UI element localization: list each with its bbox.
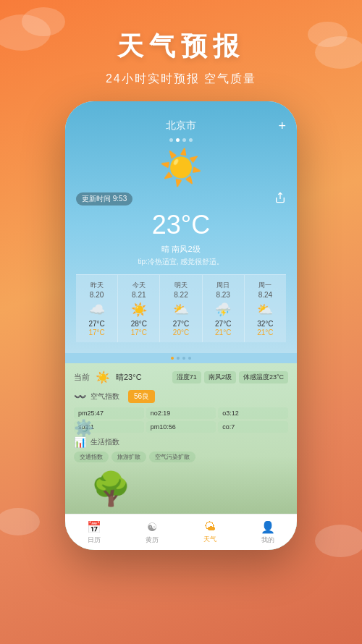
day-high-1: 28°C — [119, 320, 158, 328]
current-label: 当前 — [74, 372, 90, 383]
day-label-4: 周一 — [246, 281, 285, 290]
day-icon-4: ⛅ — [246, 302, 285, 318]
day-label-1: 今天 — [119, 281, 158, 290]
weather-tip: tip:冷热适宜, 感觉很舒适。 — [76, 257, 286, 267]
update-time-badge: 更新时间 9:53 — [76, 192, 132, 206]
day-low-4: 21°C — [246, 329, 285, 336]
day-high-0: 27°C — [77, 320, 116, 328]
nav-label-calendar: 日历 — [88, 535, 101, 545]
nav-label-profile: 我的 — [261, 535, 274, 545]
sun-icon: ☀️ — [76, 148, 286, 188]
weather-description: 晴 南风2级 — [76, 244, 286, 255]
day-high-2: 27°C — [161, 320, 200, 328]
day-low-3: 21°C — [204, 329, 243, 336]
feel-tag: 体感温度23°C — [239, 371, 288, 384]
day-date-3: 8.23 — [204, 291, 243, 299]
weekly-forecast: 昨天 8.20 ☁️ 27°C 17°C 今天 8.21 ☀️ 28°C 17°… — [76, 274, 286, 342]
air-quality-row: 空气指数 56良 — [90, 390, 155, 403]
dot-4 — [189, 138, 193, 142]
nav-label-almanac: 黄历 — [146, 535, 159, 545]
day-date-1: 8.21 — [119, 291, 158, 299]
nav-label-weather: 天气 — [203, 535, 216, 544]
profile-icon: 👤 — [261, 520, 275, 534]
day-col-4: 周一 8.24 ⛅ 32°C 21°C — [245, 275, 286, 342]
day-label-0: 昨天 — [77, 281, 116, 290]
phone-mockup: 北京市 + ☀️ 更新时间 9:53 23°C 晴 南风2级 — [65, 101, 297, 550]
scroll-dot-1 — [171, 357, 174, 360]
current-weather-text: 晴23°C — [116, 372, 142, 383]
city-row: 北京市 + — [76, 119, 286, 132]
dot-3 — [182, 138, 186, 142]
nav-item-weather[interactable]: 🌤 天气 — [181, 514, 239, 550]
day-date-2: 8.22 — [161, 291, 200, 299]
life-tag-1[interactable]: 旅游扩散 — [111, 452, 146, 462]
nav-item-profile[interactable]: 👤 我的 — [239, 514, 297, 550]
day-col-0: 昨天 8.20 ☁️ 27°C 17°C — [76, 275, 118, 342]
current-sun-icon: ☀️ — [96, 370, 110, 384]
share-icon[interactable] — [274, 192, 286, 206]
current-tags: 湿度71 南风2级 体感温度23°C — [172, 371, 288, 384]
nav-item-almanac[interactable]: ☯ 黄历 — [123, 514, 181, 550]
nav-item-calendar[interactable]: 📅 日历 — [65, 514, 123, 550]
day-icon-1: ☀️ — [119, 302, 158, 318]
update-time-row: 更新时间 9:53 — [76, 192, 286, 206]
day-icon-3: ⛈️ — [204, 302, 243, 318]
main-temperature: 23°C — [76, 210, 286, 240]
calendar-icon: 📅 — [87, 520, 101, 534]
life-tag-0[interactable]: 交通指数 — [74, 452, 109, 462]
scroll-dots — [65, 353, 297, 363]
weather-app: 北京市 + ☀️ 更新时间 9:53 23°C 晴 南风2级 — [65, 101, 297, 550]
day-col-2: 明天 8.22 ⛅ 27°C 20°C — [160, 275, 202, 342]
day-icon-2: ⛅ — [161, 302, 200, 318]
day-low-1: 17°C — [119, 329, 158, 336]
air-index-badge: 56良 — [128, 390, 155, 403]
day-low-0: 17°C — [77, 329, 116, 336]
scroll-dot-2 — [177, 357, 180, 360]
app-title: 天气预报 — [14, 29, 348, 64]
life-tag-2[interactable]: 空气污染扩散 — [149, 452, 195, 462]
life-tags-row: 交通指数 旅游扩散 空气污染扩散 — [74, 452, 288, 462]
add-city-button[interactable]: + — [278, 119, 286, 134]
tree-decoration: 🌳 — [90, 470, 131, 508]
humidity-tag: 湿度71 — [172, 371, 201, 384]
chart-row: 〰️ 空气指数 56良 — [74, 390, 288, 403]
day-high-4: 32°C — [246, 320, 285, 328]
day-col-1: 今天 8.21 ☀️ 28°C 17°C — [118, 275, 160, 342]
pm25-cell: pm25:47 — [74, 407, 144, 419]
bg-cloud-6 — [315, 525, 362, 557]
weather-nav-icon: 🌤 — [204, 520, 216, 533]
bar-chart-icon: 📊 — [74, 436, 86, 448]
wind-tag: 南风2级 — [204, 371, 236, 384]
day-date-0: 8.20 — [77, 291, 116, 299]
day-label-3: 周日 — [204, 281, 243, 290]
air-index-label: 空气指数 — [90, 391, 119, 402]
day-date-4: 8.24 — [246, 291, 285, 299]
sky-section: 北京市 + ☀️ 更新时间 9:53 23°C 晴 南风2级 — [65, 101, 297, 353]
life-index-label: 生活指数 — [90, 437, 119, 447]
day-col-3: 周日 8.23 ⛈️ 27°C 21°C — [203, 275, 245, 342]
scroll-dot-3 — [182, 357, 185, 360]
day-label-2: 明天 — [161, 281, 200, 290]
dot-2 — [176, 138, 180, 142]
day-high-3: 27°C — [204, 320, 243, 328]
page-dots — [76, 138, 286, 142]
almanac-icon: ☯ — [147, 520, 157, 534]
co-cell: co:7 — [218, 421, 288, 433]
bg-cloud-5 — [0, 508, 40, 535]
app-subtitle: 24小时实时预报 空气质量 — [14, 72, 348, 87]
bottom-navigation: 📅 日历 ☯ 黄历 🌤 天气 👤 我的 — [65, 514, 297, 550]
air-data-grid: pm25:47 no2:19 o3:12 so2:1 pm10:56 co:7 — [74, 407, 288, 433]
day-icon-0: ☁️ — [77, 302, 116, 318]
pm10-cell: pm10:56 — [146, 421, 216, 433]
chart-icon: 〰️ — [74, 391, 86, 402]
gear-decoration-icon: ⚙️ — [74, 419, 93, 438]
scroll-dot-4 — [188, 357, 191, 360]
day-low-2: 20°C — [161, 329, 200, 336]
dot-1 — [169, 138, 173, 142]
app-header: 天气预报 24小时实时预报 空气质量 — [0, 0, 362, 101]
city-name: 北京市 — [166, 119, 196, 132]
o3-cell: o3:12 — [218, 407, 288, 419]
life-index-row: 📊 生活指数 — [74, 436, 288, 448]
current-row: 当前 ☀️ 晴23°C 湿度71 南风2级 体感温度23°C — [74, 370, 288, 384]
no2-cell: no2:19 — [146, 407, 216, 419]
